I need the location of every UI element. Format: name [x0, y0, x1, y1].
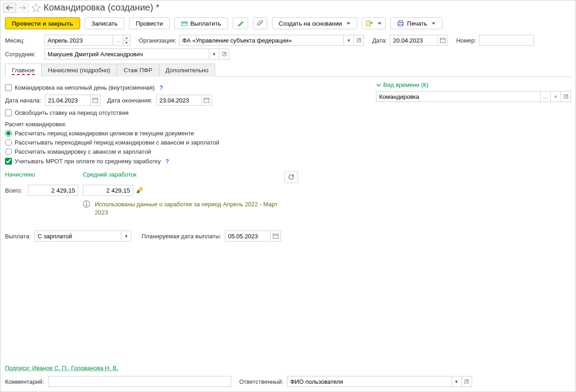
calc-radio-advance-label: Рассчитать командировку с авансом и зарп… — [15, 148, 151, 155]
pay-button[interactable]: Выплатить — [174, 17, 228, 29]
responsible-dropdown-button[interactable]: ▾ — [452, 376, 462, 387]
employee-label: Сотрудник: — [5, 51, 42, 58]
toolbar: Провести и закрыть Записать Провести Вып… — [0, 15, 576, 32]
average-input[interactable] — [83, 185, 133, 196]
partial-day-checkbox[interactable] — [5, 84, 12, 91]
total-label: Всего: — [5, 187, 28, 194]
comment-input[interactable] — [48, 376, 231, 387]
month-input[interactable] — [44, 35, 113, 46]
more-actions-button[interactable] — [362, 17, 386, 29]
responsible-open-button[interactable] — [462, 376, 472, 387]
tab-accrued-label: Начислено (подробно) — [48, 67, 110, 74]
mrot-checkbox[interactable] — [5, 158, 12, 165]
partial-day-label: Командировка на неполный день (внутрисме… — [15, 84, 155, 91]
end-date-input[interactable] — [156, 95, 202, 106]
mrot-help-icon[interactable]: ? — [165, 158, 169, 165]
calendar-icon — [204, 97, 209, 103]
date-label: Дата: — [372, 37, 387, 44]
responsible-input[interactable] — [287, 376, 452, 387]
chevron-down-icon — [378, 22, 381, 25]
partial-day-help-icon[interactable]: ? — [159, 84, 163, 91]
highlighter-icon — [237, 20, 244, 27]
chevron-down-icon — [432, 22, 435, 25]
tab-main[interactable]: Главное — [5, 64, 42, 77]
start-date-input[interactable] — [45, 95, 91, 106]
payout-label: Выплата: — [5, 233, 31, 240]
time-type-input[interactable] — [376, 91, 541, 102]
spinner-up-icon[interactable]: ▲ — [123, 35, 130, 41]
end-date-calendar-button[interactable] — [202, 95, 212, 106]
pay-button-label: Выплатить — [190, 20, 221, 27]
time-type-open-button[interactable] — [561, 91, 571, 102]
print-label: Печать — [407, 20, 427, 27]
mrot-label: Учитывать МРОТ при оплате по среднему за… — [15, 158, 161, 165]
organization-input-group: ▾ — [179, 35, 364, 46]
planned-date-input[interactable] — [225, 231, 271, 242]
edit-average-button[interactable] — [136, 187, 143, 194]
tab-accrued-details[interactable]: Начислено (подробно) — [41, 64, 117, 77]
payout-dropdown-button[interactable]: ▾ — [121, 231, 131, 242]
employee-input[interactable] — [44, 48, 209, 59]
month-ellipsis-button[interactable]: … — [113, 35, 123, 46]
time-type-collapse[interactable]: Вид времени (К) — [376, 81, 571, 88]
tabs: Главное Начислено (подробно) Стаж ПФР До… — [5, 63, 571, 77]
planned-date-label: Планируемая дата выплаты: — [141, 233, 221, 240]
highlighter-button[interactable] — [233, 17, 248, 29]
organization-input[interactable] — [179, 35, 344, 46]
payout-input[interactable] — [34, 231, 121, 242]
nav-back-button[interactable] — [3, 3, 16, 13]
open-external-icon — [222, 52, 227, 56]
chevron-down-icon — [376, 82, 381, 88]
tab-pfr[interactable]: Стаж ПФР — [117, 64, 159, 77]
employee-open-button[interactable] — [219, 48, 229, 59]
end-date-label: Дата окончания: — [107, 97, 152, 104]
svg-rect-16 — [86, 204, 87, 206]
paperclip-icon — [257, 20, 263, 27]
month-input-group: … ▲ ▼ — [44, 35, 130, 46]
start-date-calendar-button[interactable] — [91, 95, 101, 106]
nav-forward-button[interactable] — [16, 3, 29, 13]
svg-rect-0 — [182, 21, 187, 26]
calc-radio-advance[interactable] — [5, 148, 12, 155]
signatures-link[interactable]: Подписи: Иванов С. П., Голованова Н. В. — [5, 365, 118, 371]
earning-period-info: Использованы данные о заработке за перио… — [95, 200, 283, 217]
post-and-close-button[interactable]: Провести и закрыть — [5, 17, 80, 29]
arrow-left-icon — [6, 5, 13, 10]
post-button[interactable]: Провести — [129, 17, 170, 29]
release-rate-checkbox[interactable] — [5, 109, 12, 116]
time-type-ellipsis-button[interactable]: … — [541, 91, 551, 102]
start-date-label: Дата начала: — [5, 97, 41, 104]
refresh-button[interactable] — [284, 171, 298, 183]
title-bar: Командировка (создание) * — [0, 0, 576, 15]
planned-date-calendar-button[interactable] — [271, 231, 281, 242]
tab-additional[interactable]: Дополнительно — [159, 64, 216, 77]
spinner-down-icon[interactable]: ▼ — [123, 41, 130, 46]
organization-dropdown-button[interactable]: ▾ — [344, 35, 354, 46]
average-earning-header: Средний заработок — [83, 171, 156, 183]
calc-radio-transition[interactable] — [5, 139, 12, 146]
svg-rect-1 — [182, 22, 187, 23]
date-calendar-button[interactable] — [438, 35, 448, 46]
employee-dropdown-button[interactable]: ▾ — [209, 48, 219, 59]
organization-open-button[interactable] — [354, 35, 364, 46]
create-based-label: Создать на основании — [279, 20, 342, 27]
create-based-on-button[interactable]: Создать на основании — [272, 17, 357, 29]
favorite-star-icon[interactable] — [32, 3, 41, 12]
date-input[interactable] — [390, 35, 438, 46]
month-spinner[interactable]: ▲ ▼ — [123, 35, 130, 46]
tab-additional-label: Дополнительно — [166, 67, 209, 74]
calc-radio-whole[interactable] — [5, 130, 12, 137]
responsible-label: Ответственный: — [239, 378, 283, 385]
svg-rect-12 — [204, 98, 209, 103]
footer: Подписи: Иванов С. П., Голованова Н. В. … — [0, 362, 576, 392]
time-type-clear-button[interactable]: × — [551, 91, 561, 102]
printer-icon — [397, 20, 404, 27]
save-button[interactable]: Записать — [85, 17, 125, 29]
window-title: Командировка (создание) * — [43, 2, 159, 13]
total-input[interactable] — [28, 185, 78, 196]
attachment-button[interactable] — [253, 17, 267, 29]
number-input[interactable] — [479, 35, 534, 46]
tab-content-main: Командировка на неполный день (внутрисме… — [5, 77, 571, 246]
print-button[interactable]: Печать — [390, 17, 442, 29]
pay-icon — [181, 20, 188, 27]
